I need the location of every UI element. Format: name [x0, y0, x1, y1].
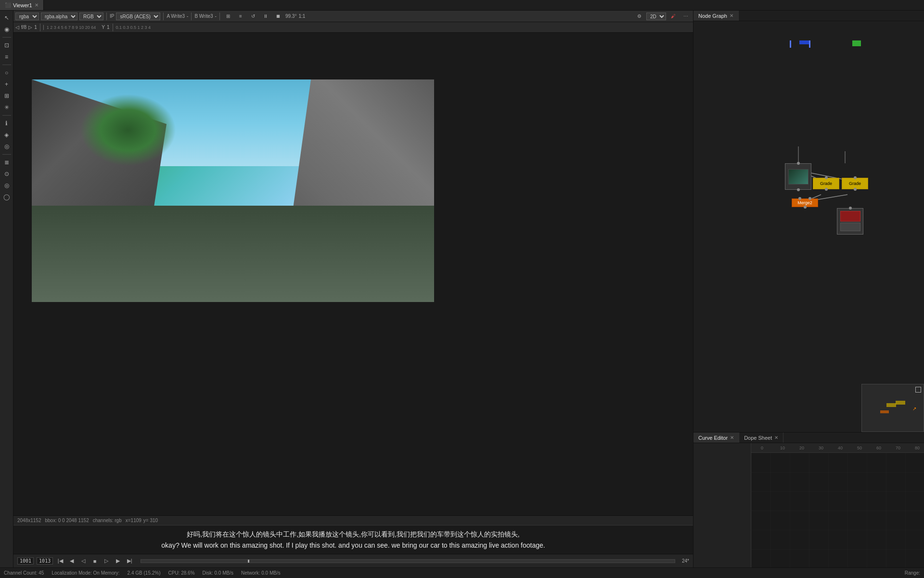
play-fwd-btn[interactable]: ▷ — [102, 557, 111, 565]
blue-marker — [790, 40, 791, 48]
node-graph-panel: Node Graph ✕ — [693, 11, 924, 433]
minimap-close[interactable] — [915, 387, 921, 393]
ruler-mark-40: 40 — [838, 446, 843, 450]
grade-node-1[interactable]: Grade — [813, 178, 839, 189]
curve-editor-tab-close[interactable]: ✕ — [730, 435, 734, 440]
merge-label: Merge2 — [797, 200, 812, 205]
blue-marker-2 — [809, 40, 810, 48]
circle3-btn[interactable]: ◎ — [1, 180, 12, 191]
tb-div-6 — [113, 24, 113, 31]
stop-btn[interactable]: ⏹ — [273, 11, 283, 22]
tb-div-2 — [163, 13, 164, 20]
compare-btn[interactable]: ⊞ — [223, 11, 233, 22]
viewer-canvas — [13, 33, 693, 515]
paint-btn[interactable]: 🖌 — [668, 11, 679, 22]
curve-right-panel[interactable]: 0 10 20 30 40 50 60 70 80 90 100 — [751, 443, 924, 567]
list-btn[interactable]: ≡ — [235, 11, 246, 22]
curve-editor-canvas: 0 10 20 30 40 50 60 70 80 90 100 — [693, 443, 924, 567]
viewer-tab-icon: ⬛ — [5, 2, 11, 8]
read-node[interactable] — [785, 163, 811, 190]
viewer-panel: rgba rgba.alpha RGB IP sRGB (ACES) A Wri… — [13, 11, 693, 567]
view-mode-select[interactable]: 2D — [646, 13, 666, 20]
scale-label: 1:1 — [298, 13, 305, 19]
lines-btn[interactable]: ≣ — [1, 157, 12, 168]
node-graph-tab[interactable]: Node Graph ✕ — [693, 11, 739, 21]
bottom-status-bar: Channel Count: 45 Localization Mode: On … — [0, 567, 924, 578]
colorspace-select[interactable]: RGB — [79, 13, 103, 20]
info-btn[interactable]: ℹ — [1, 118, 12, 129]
lut-select[interactable]: sRGB (ACES) — [116, 13, 160, 20]
coords-info: x=1109 — [126, 518, 141, 523]
settings-btn[interactable]: ◈ — [1, 130, 12, 140]
right-panel: Node Graph ✕ — [693, 11, 924, 567]
go-end-btn[interactable]: ▶| — [125, 557, 134, 565]
toolbar-sep-1 — [2, 37, 11, 38]
tb-dash-2: - — [215, 13, 217, 19]
node-graph-tab-bar: Node Graph ✕ — [693, 11, 924, 21]
play-back-btn[interactable]: ◁ — [79, 557, 88, 565]
viewer-btn[interactable]: ◉ — [1, 24, 12, 35]
viewer-status: 2048x1152 bbox: 0 0 2048 1152 channels: … — [13, 515, 693, 525]
road — [32, 206, 434, 302]
connections-svg — [693, 21, 924, 432]
frame-ruler-bg: ▏1 2 3 4 5 6 7 8 9 10 20 64 — [43, 25, 96, 30]
arrow-tool-btn[interactable]: ↖ — [1, 13, 12, 23]
curve-editor-tab-bar: Curve Editor ✕ Dope Sheet ✕ — [693, 433, 924, 443]
curve-left-panel — [693, 443, 751, 567]
ruler-mark-0: 0 — [761, 446, 763, 450]
step-fwd-btn[interactable]: ▶ — [114, 557, 122, 565]
node-graph-tab-close[interactable]: ✕ — [730, 13, 733, 18]
grade-1-label: Grade — [820, 181, 832, 186]
circle-tool-btn[interactable]: ○ — [1, 67, 12, 78]
viewer-tab-close[interactable]: ✕ — [35, 2, 38, 8]
viewer-tab-label: Viewer1 — [13, 2, 32, 8]
grade-node-2[interactable]: Grade — [842, 178, 868, 189]
gain-val: 1 — [34, 25, 37, 30]
stack-btn[interactable]: ⊞ — [1, 91, 12, 101]
ruler-mark-60: 60 — [876, 446, 881, 450]
plus-tool-btn[interactable]: + — [1, 79, 12, 90]
main-layout: ↖ ◉ ⊡ ≡ ○ + ⊞ ✳ ℹ ◈ ◎ ≣ ⊙ ◎ ◯ rgba rgba.… — [0, 11, 924, 567]
write-a-label: A Write3 — [167, 13, 185, 19]
gain-arrows: ▷ — [28, 25, 32, 30]
ruler-mark-70: 70 — [896, 446, 900, 450]
ruler-mark-50: 50 — [857, 446, 862, 450]
dope-sheet-tab-close[interactable]: ✕ — [774, 435, 778, 440]
channels-info: channels: rgb — [93, 518, 122, 523]
pause-btn[interactable]: ⏸ — [260, 11, 271, 22]
tb-div-1 — [106, 13, 107, 20]
wipe-btn[interactable]: ⊡ — [1, 40, 12, 51]
write-b-label: B Write3 — [194, 13, 213, 19]
node-graph-canvas[interactable]: Grade Grade Merge2 — [693, 21, 924, 432]
more-btn[interactable]: ⋯ — [680, 11, 691, 22]
alpha-select[interactable]: rgba.alpha — [41, 13, 77, 20]
refresh-btn[interactable]: ↺ — [248, 11, 258, 22]
circle4-btn[interactable]: ◯ — [1, 192, 12, 202]
trees — [80, 94, 176, 166]
stop-transport-btn[interactable]: ■ — [90, 557, 99, 565]
viewer-image — [32, 79, 434, 302]
ruler-mark-20: 20 — [799, 446, 804, 450]
layers-btn[interactable]: ≡ — [1, 52, 12, 62]
subtitle-text: 好吗,我们将在这个惊人的镜头中工作,如果我播放这个镜头,你可以看到,我们把我们的… — [161, 529, 545, 551]
memory-status: 2.4 GB (15.2%) — [128, 570, 161, 576]
settings2-btn[interactable]: ⚙ — [634, 11, 644, 22]
merge-node[interactable]: Merge2 — [792, 198, 818, 207]
go-start-btn[interactable]: |◀ — [56, 557, 64, 565]
minimap: ↗ — [861, 384, 924, 432]
cpu-status: CPU: 28.6% — [168, 570, 195, 576]
channels-select[interactable]: rgba — [15, 13, 39, 20]
star-btn[interactable]: ✳ — [1, 102, 12, 113]
viewer-toolbar-2: ◁ f/8 ▷ 1 ▏1 2 3 4 5 6 7 8 9 10 20 64 Y … — [13, 22, 693, 33]
plugin-btn[interactable]: ◎ — [1, 141, 12, 152]
dope-sheet-tab[interactable]: Dope Sheet ✕ — [739, 433, 783, 443]
ruler-marks: 0 10 20 30 40 50 60 70 80 90 100 — [751, 443, 924, 452]
localization-status: Localization Mode: On Memory: — [51, 570, 119, 576]
top-tab-bar: ⬛ Viewer1 ✕ — [0, 0, 924, 11]
curve-editor-tab[interactable]: Curve Editor ✕ — [693, 433, 739, 443]
circle2-btn[interactable]: ⊙ — [1, 169, 12, 179]
tab-viewer1[interactable]: ⬛ Viewer1 ✕ — [0, 0, 44, 10]
y-label: Y — [102, 25, 105, 30]
write-node[interactable] — [837, 208, 863, 235]
step-back-btn[interactable]: ◀ — [67, 557, 76, 565]
